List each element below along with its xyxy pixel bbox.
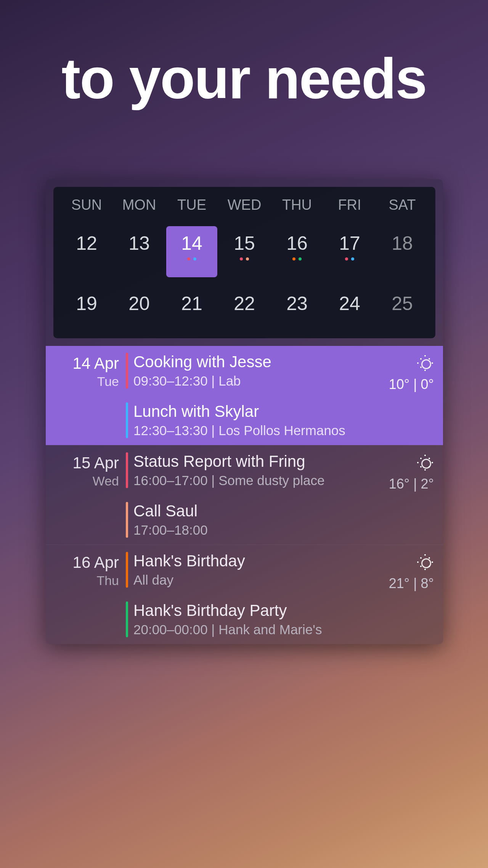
weather-temps: 10° | 0° bbox=[382, 376, 434, 392]
agenda-events-column: Status Report with Fring16:00–17:00 | So… bbox=[126, 445, 382, 545]
day-number: 24 bbox=[339, 293, 360, 315]
event-title: Status Report with Fring bbox=[133, 452, 324, 471]
agenda: 14 AprTueCooking with Jesse09:30–12:30 |… bbox=[46, 346, 443, 644]
dayname-label: FRI bbox=[323, 197, 376, 213]
weather-column: 16° | 2° bbox=[382, 445, 443, 545]
agenda-date-column: 15 AprWed bbox=[46, 445, 126, 545]
event-subtitle: 17:00–18:00 bbox=[133, 522, 208, 538]
agenda-events-column: Hank's BirthdayAll dayHank's Birthday Pa… bbox=[126, 545, 382, 644]
day-number: 16 bbox=[286, 232, 308, 254]
dayname-label: SAT bbox=[376, 197, 429, 213]
agenda-date-column: 14 AprTue bbox=[46, 346, 126, 445]
dayname-label: MON bbox=[113, 197, 165, 213]
dayname-label: SUN bbox=[60, 197, 113, 213]
event-dots bbox=[240, 257, 249, 260]
agenda-event[interactable]: Hank's Birthday Party20:00–00:00 | Hank … bbox=[126, 595, 382, 644]
calendar-day-12[interactable]: 12 bbox=[60, 228, 113, 267]
event-title: Hank's Birthday bbox=[133, 552, 245, 570]
day-number: 18 bbox=[392, 232, 413, 254]
event-color-bar bbox=[126, 502, 128, 538]
calendar-day-15[interactable]: 15 bbox=[218, 228, 271, 267]
calendar-day-20[interactable]: 20 bbox=[113, 289, 165, 327]
agenda-event[interactable]: Status Report with Fring16:00–17:00 | So… bbox=[126, 445, 382, 495]
day-number: 23 bbox=[286, 293, 308, 315]
sun-icon bbox=[416, 354, 434, 372]
dayname-label: TUE bbox=[165, 197, 218, 213]
event-dot bbox=[187, 257, 190, 260]
calendar-day-19[interactable]: 19 bbox=[60, 289, 113, 327]
calendar-day-17[interactable]: 17 bbox=[323, 228, 376, 267]
event-title: Call Saul bbox=[133, 502, 208, 520]
event-dot bbox=[240, 257, 243, 260]
event-color-bar bbox=[126, 402, 128, 438]
event-subtitle: 20:00–00:00 | Hank and Marie's bbox=[133, 622, 322, 637]
day-number: 15 bbox=[234, 232, 255, 254]
event-dot bbox=[351, 257, 354, 260]
weather-column: 10° | 0° bbox=[382, 346, 443, 445]
agenda-event[interactable]: Cooking with Jesse09:30–12:30 | Lab bbox=[126, 346, 382, 395]
agenda-daygroup: 15 AprWedStatus Report with Fring16:00–1… bbox=[46, 445, 443, 545]
day-number: 14 bbox=[181, 232, 202, 254]
dayname-label: THU bbox=[271, 197, 323, 213]
day-number: 19 bbox=[76, 293, 97, 315]
agenda-date: 16 Apr bbox=[46, 553, 119, 572]
agenda-events-column: Cooking with Jesse09:30–12:30 | LabLunch… bbox=[126, 346, 382, 445]
event-title: Hank's Birthday Party bbox=[133, 601, 322, 620]
event-color-bar bbox=[126, 552, 128, 588]
event-title: Lunch with Skylar bbox=[133, 402, 345, 421]
agenda-weekday: Thu bbox=[46, 573, 119, 588]
event-subtitle: 09:30–12:30 | Lab bbox=[133, 373, 271, 389]
event-dots bbox=[345, 257, 354, 260]
weather-temps: 21° | 8° bbox=[382, 575, 434, 592]
agenda-date-column: 16 AprThu bbox=[46, 545, 126, 644]
day-number: 22 bbox=[234, 293, 255, 315]
agenda-weekday: Wed bbox=[46, 474, 119, 489]
event-subtitle: 12:30–13:30 | Los Pollos Hermanos bbox=[133, 423, 345, 438]
event-dot bbox=[193, 257, 196, 260]
agenda-daygroup: 14 AprTueCooking with Jesse09:30–12:30 |… bbox=[46, 346, 443, 445]
dayname-label: WED bbox=[218, 197, 271, 213]
day-number: 25 bbox=[392, 293, 413, 315]
agenda-event[interactable]: Hank's BirthdayAll day bbox=[126, 545, 382, 595]
headline: to your needs bbox=[0, 46, 488, 112]
dayname-row: SUNMONTUEWEDTHUFRISAT bbox=[60, 197, 429, 213]
event-color-bar bbox=[126, 353, 128, 389]
calendar-day-13[interactable]: 13 bbox=[113, 228, 165, 267]
calendar-day-14[interactable]: 14 bbox=[165, 228, 218, 267]
event-dots bbox=[187, 257, 196, 260]
agenda-date: 14 Apr bbox=[46, 354, 119, 373]
event-dot bbox=[299, 257, 302, 260]
weather-temps: 16° | 2° bbox=[382, 476, 434, 492]
event-title: Cooking with Jesse bbox=[133, 353, 271, 371]
calendar-day-24[interactable]: 24 bbox=[323, 289, 376, 327]
event-dots bbox=[292, 257, 302, 260]
event-dot bbox=[345, 257, 348, 260]
calendar-day-25[interactable]: 25 bbox=[376, 289, 429, 327]
day-number: 21 bbox=[181, 293, 202, 315]
agenda-event[interactable]: Call Saul17:00–18:00 bbox=[126, 495, 382, 545]
calendar-grid: SUNMONTUEWEDTHUFRISAT 121314151617181920… bbox=[53, 187, 435, 338]
sun-icon bbox=[416, 553, 434, 571]
agenda-weekday: Tue bbox=[46, 374, 119, 389]
event-subtitle: All day bbox=[133, 572, 245, 588]
event-dot bbox=[292, 257, 295, 260]
calendar-day-18[interactable]: 18 bbox=[376, 228, 429, 267]
agenda-daygroup: 16 AprThuHank's BirthdayAll dayHank's Bi… bbox=[46, 545, 443, 644]
day-number: 17 bbox=[339, 232, 360, 254]
calendar-day-22[interactable]: 22 bbox=[218, 289, 271, 327]
event-color-bar bbox=[126, 601, 128, 637]
day-number: 12 bbox=[76, 232, 97, 254]
agenda-date: 15 Apr bbox=[46, 454, 119, 472]
calendar-day-21[interactable]: 21 bbox=[165, 289, 218, 327]
day-number: 20 bbox=[128, 293, 150, 315]
weather-column: 21° | 8° bbox=[382, 545, 443, 644]
event-dot bbox=[246, 257, 249, 260]
event-subtitle: 16:00–17:00 | Some dusty place bbox=[133, 473, 324, 488]
calendar-day-23[interactable]: 23 bbox=[271, 289, 323, 327]
day-number: 13 bbox=[128, 232, 150, 254]
calendar-day-16[interactable]: 16 bbox=[271, 228, 323, 267]
calendar-widget: SUNMONTUEWEDTHUFRISAT 121314151617181920… bbox=[46, 179, 443, 644]
event-color-bar bbox=[126, 452, 128, 488]
agenda-event[interactable]: Lunch with Skylar12:30–13:30 | Los Pollo… bbox=[126, 395, 382, 445]
sun-icon bbox=[416, 454, 434, 471]
